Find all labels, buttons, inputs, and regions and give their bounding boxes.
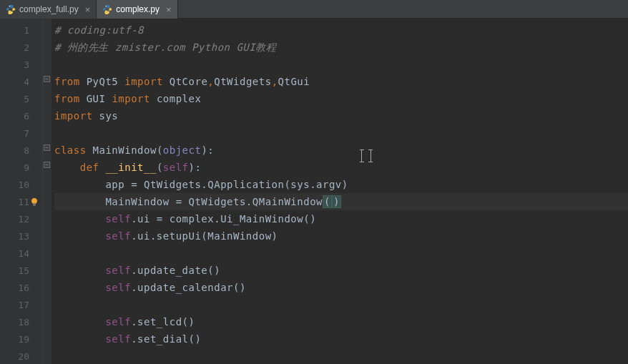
line-number: 12 bbox=[18, 214, 29, 225]
python-file-icon bbox=[6, 4, 16, 14]
intention-bulb-icon[interactable] bbox=[30, 197, 39, 206]
line-number: 17 bbox=[18, 300, 29, 310]
tab-label: complex_full.py bbox=[19, 4, 79, 14]
line-number: 13 bbox=[18, 231, 29, 242]
code-line: self.ui = complex.Ui_MainWindow() bbox=[54, 210, 628, 227]
svg-rect-4 bbox=[33, 204, 36, 205]
line-number: 4 bbox=[24, 77, 29, 87]
line-number: 5 bbox=[24, 94, 29, 104]
tab-complex-full[interactable]: complex_full.py × bbox=[0, 0, 97, 19]
line-number: 9 bbox=[24, 162, 29, 173]
code-line: from GUI import complex bbox=[54, 90, 628, 107]
line-number: 15 bbox=[18, 265, 29, 276]
svg-point-2 bbox=[106, 6, 107, 6]
svg-rect-5 bbox=[33, 205, 35, 206]
matched-brace: ) bbox=[332, 195, 341, 208]
svg-point-0 bbox=[9, 6, 10, 6]
code-area[interactable]: # coding:utf-8 # 州的先生 zmister.com Python… bbox=[51, 19, 628, 364]
svg-point-3 bbox=[108, 12, 109, 13]
line-number: 18 bbox=[18, 317, 29, 328]
line-number: 1 bbox=[24, 25, 29, 36]
svg-point-1 bbox=[11, 12, 12, 13]
line-number: 8 bbox=[24, 145, 29, 156]
line-number: 20 bbox=[18, 351, 29, 362]
code-line: app = QtWidgets.QApplication(sys.argv) bbox=[54, 176, 628, 193]
code-line: # coding:utf-8 bbox=[54, 21, 628, 39]
code-line: self.ui.setupUi(MainWindow) bbox=[54, 227, 628, 245]
code-line: class MainWindow(object): bbox=[54, 142, 628, 159]
code-line: self.set_lcd() bbox=[54, 313, 628, 330]
tab-label: complex.py bbox=[116, 4, 160, 14]
line-number: 19 bbox=[18, 334, 29, 345]
text-cursor-icon bbox=[361, 149, 371, 162]
line-number: 6 bbox=[24, 111, 29, 122]
line-number: 14 bbox=[18, 248, 29, 259]
line-number: 11 bbox=[18, 197, 29, 207]
code-line: MainWindow = QtWidgets.QMainWindow() bbox=[54, 193, 628, 210]
line-number: 7 bbox=[24, 128, 29, 139]
close-icon[interactable]: × bbox=[85, 4, 91, 15]
fold-column: − − − bbox=[43, 19, 51, 364]
code-line: self.update_calendar() bbox=[54, 279, 628, 296]
line-number: 16 bbox=[18, 282, 29, 293]
code-line bbox=[54, 245, 628, 262]
code-line: # 州的先生 zmister.com Python GUI教程 bbox=[54, 39, 628, 56]
tab-complex[interactable]: complex.py × bbox=[97, 0, 177, 19]
matched-brace: ( bbox=[323, 195, 332, 208]
python-file-icon bbox=[102, 4, 112, 14]
code-line: self.update_date() bbox=[54, 262, 628, 279]
fold-toggle-icon[interactable]: − bbox=[44, 144, 50, 151]
code-line: from PyQt5 import QtCore,QtWidgets,QtGui bbox=[54, 73, 628, 90]
code-editor: 1 2 3 4 5 6 7 8 9 10 11 12 13 14 15 16 1… bbox=[0, 19, 628, 364]
fold-toggle-icon[interactable]: − bbox=[44, 162, 50, 168]
close-icon[interactable]: × bbox=[166, 4, 172, 15]
line-number-gutter: 1 2 3 4 5 6 7 8 9 10 11 12 13 14 15 16 1… bbox=[0, 19, 43, 364]
line-number: 2 bbox=[24, 42, 29, 53]
editor-tabs: complex_full.py × complex.py × bbox=[0, 0, 628, 19]
fold-toggle-icon[interactable]: − bbox=[44, 76, 50, 82]
line-number: 3 bbox=[24, 59, 29, 70]
line-number: 10 bbox=[18, 179, 29, 190]
code-line bbox=[54, 124, 628, 142]
code-line: self.set_dial() bbox=[54, 330, 628, 348]
code-line: def __init__(self): bbox=[54, 159, 628, 176]
code-line: import sys bbox=[54, 107, 628, 124]
code-line bbox=[54, 348, 628, 364]
code-line bbox=[54, 296, 628, 313]
code-line bbox=[54, 56, 628, 73]
